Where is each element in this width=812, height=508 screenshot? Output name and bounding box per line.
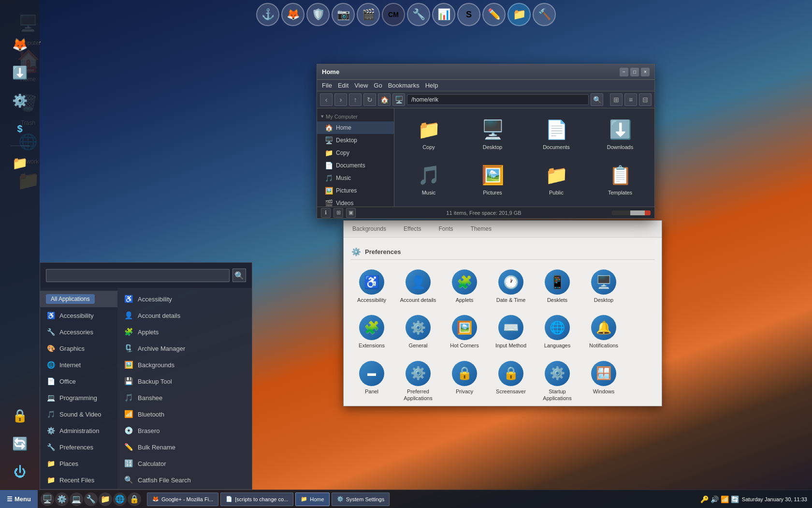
- ss-item-notifications[interactable]: 🔔 Notifications: [582, 311, 625, 353]
- fm-menu-help[interactable]: Help: [425, 82, 438, 89]
- fm-computer-button[interactable]: 🖥️: [392, 93, 405, 106]
- sidebar-item-power[interactable]: ⏻: [7, 459, 33, 485]
- app-menu-search-input[interactable]: [46, 269, 230, 282]
- fm-menu-bookmarks[interactable]: Bookmarks: [388, 82, 420, 89]
- app-accessibility[interactable]: ♿ Accessibility: [117, 291, 252, 307]
- ss-tab-fonts[interactable]: Fonts: [435, 224, 457, 234]
- fm-minimize-button[interactable]: −: [620, 68, 628, 76]
- sidebar-item-money[interactable]: $: [7, 116, 33, 142]
- top-icon-s[interactable]: S: [457, 3, 480, 26]
- fm-file-public[interactable]: 📁 Public: [527, 159, 586, 199]
- taskbar-icon-monitor[interactable]: 🖥️: [41, 493, 54, 506]
- sidebar-item-sync[interactable]: 🔄: [7, 431, 33, 457]
- category-places[interactable]: 📁 Places: [40, 455, 117, 472]
- ss-item-startup[interactable]: ⚙️ Startup Applications: [536, 357, 579, 406]
- fm-close-button[interactable]: ×: [641, 68, 650, 76]
- top-icon-cm[interactable]: CM: [382, 3, 405, 26]
- fm-file-templates[interactable]: 📋 Templates: [591, 159, 650, 199]
- tray-icon-update[interactable]: 🔄: [731, 495, 739, 503]
- fm-file-downloads[interactable]: ⬇️ Downloads: [591, 113, 650, 154]
- category-preferences[interactable]: 🔧 Preferences: [40, 439, 117, 455]
- ss-item-panel[interactable]: ▬ Panel: [350, 357, 393, 406]
- fm-menu-go[interactable]: Go: [374, 82, 382, 89]
- fm-view-grid-button[interactable]: ⊞: [610, 93, 623, 106]
- fm-file-copy[interactable]: 📁 Copy: [399, 113, 458, 154]
- fm-file-music[interactable]: 🎵 Music: [399, 159, 458, 199]
- fm-path-bar[interactable]: [407, 94, 589, 105]
- top-icon-hammer[interactable]: 🔨: [533, 3, 556, 26]
- category-accessories[interactable]: 🔧 Accessories: [40, 324, 117, 340]
- fm-sidebar-copy[interactable]: 📁 Copy: [317, 147, 394, 159]
- top-icon-firefox[interactable]: 🦊: [281, 3, 304, 26]
- app-backup-tool[interactable]: 💾 Backup Tool: [117, 373, 252, 389]
- fm-view-list-button[interactable]: ≡: [624, 93, 637, 106]
- tray-icon-network[interactable]: 📶: [721, 495, 729, 503]
- ss-item-desklets[interactable]: 📱 Desklets: [536, 266, 579, 307]
- top-icon-pencil[interactable]: ✏️: [482, 3, 506, 26]
- fm-sidebar-videos[interactable]: 🎬 Videos: [317, 197, 394, 207]
- ss-item-account-details[interactable]: 👤 Account details: [397, 266, 439, 307]
- taskbar-task-scripts[interactable]: 📄 [scripts to change co...: [220, 493, 293, 506]
- app-bulk-rename[interactable]: ✏️ Bulk Rename: [117, 439, 252, 455]
- fm-sidebar-desktop[interactable]: 🖥️ Desktop: [317, 134, 394, 147]
- fm-home-button[interactable]: 🏠: [378, 93, 391, 106]
- taskbar-icon-1[interactable]: 💻: [70, 493, 83, 506]
- category-sound-video[interactable]: 🎵 Sound & Video: [40, 406, 117, 422]
- app-bluetooth[interactable]: 📶 Bluetooth: [117, 406, 252, 422]
- taskbar-task-system-settings[interactable]: ⚙️ System Settings: [332, 493, 390, 506]
- ss-tab-themes[interactable]: Themes: [467, 224, 495, 234]
- app-brasero[interactable]: 💿 Brasero: [117, 422, 252, 439]
- ss-item-date-time[interactable]: 🕐 Date & Time: [490, 266, 532, 307]
- top-icon-camera[interactable]: 📷: [332, 3, 355, 26]
- taskbar-icon-settings[interactable]: ⚙️: [55, 493, 69, 506]
- fm-up-button[interactable]: ↑: [349, 93, 362, 106]
- category-administration[interactable]: ⚙️ Administration: [40, 422, 117, 439]
- sidebar-item-lock[interactable]: 🔒: [7, 403, 33, 429]
- top-icon-shield[interactable]: 🛡️: [306, 3, 330, 26]
- tray-icon-1[interactable]: 🔑: [700, 495, 709, 503]
- category-graphics[interactable]: 🎨 Graphics: [40, 340, 117, 357]
- ss-item-input-method[interactable]: ⌨️ Input Method: [490, 311, 532, 353]
- taskbar-icon-5[interactable]: 🔒: [128, 493, 141, 506]
- tray-icon-2[interactable]: 🔊: [710, 495, 719, 503]
- app-character-map[interactable]: 🔤 Character Map: [117, 488, 252, 489]
- taskbar-task-google[interactable]: 🦊 Google+ - Mozilla Fi...: [147, 493, 218, 506]
- fm-search-button[interactable]: 🔍: [591, 93, 603, 106]
- ss-item-languages[interactable]: 🌐 Languages: [536, 311, 579, 353]
- app-menu-search-button[interactable]: 🔍: [232, 269, 246, 282]
- ss-item-windows[interactable]: 🪟 Windows: [582, 357, 625, 406]
- fm-menu-file[interactable]: File: [322, 82, 332, 89]
- ss-tab-effects[interactable]: Effects: [400, 224, 425, 234]
- taskbar-icon-3[interactable]: 📁: [99, 493, 112, 506]
- fm-props-button[interactable]: ⊞: [334, 208, 343, 218]
- category-all-applications[interactable]: All Applications: [40, 291, 117, 307]
- app-calculator[interactable]: 🔢 Calculator: [117, 455, 252, 472]
- app-banshee[interactable]: 🎵 Banshee: [117, 389, 252, 406]
- top-icon-anchor[interactable]: ⚓: [256, 3, 279, 26]
- category-recent-files[interactable]: 📁 Recent Files: [40, 472, 117, 488]
- fm-file-documents[interactable]: 📄 Documents: [527, 113, 586, 154]
- category-programming[interactable]: 💻 Programming: [40, 389, 117, 406]
- category-internet[interactable]: 🌐 Internet: [40, 357, 117, 373]
- fm-view-compact-button[interactable]: ⊟: [639, 93, 652, 106]
- fm-maximize-button[interactable]: □: [630, 68, 639, 76]
- sidebar-item-firefox[interactable]: 🦊: [7, 31, 33, 58]
- taskbar-icon-2[interactable]: 🔧: [84, 493, 98, 506]
- fm-info-button[interactable]: ℹ: [321, 208, 331, 218]
- fm-forward-button[interactable]: ›: [334, 93, 347, 106]
- fm-menu-edit[interactable]: Edit: [338, 82, 348, 89]
- top-icon-folder[interactable]: 📁: [508, 3, 531, 26]
- ss-item-preferred-apps[interactable]: ⚙️ Preferred Applications: [397, 357, 439, 406]
- sidebar-item-folder[interactable]: 📁: [7, 150, 33, 176]
- sidebar-item-download[interactable]: ⬇️: [7, 60, 33, 86]
- app-backgrounds[interactable]: 🖼️ Backgrounds: [117, 357, 252, 373]
- ss-item-general[interactable]: ⚙️ General: [397, 311, 439, 353]
- app-archive-manager[interactable]: 🗜️ Archive Manager: [117, 340, 252, 357]
- ss-item-hot-corners[interactable]: 🖼️ Hot Corners: [443, 311, 486, 353]
- fm-file-pictures[interactable]: 🖼️ Pictures: [463, 159, 522, 199]
- fm-menu-view[interactable]: View: [354, 82, 368, 89]
- top-icon-wrench[interactable]: 🔧: [407, 3, 430, 26]
- ss-item-accessibility[interactable]: ♿ Accessibility: [350, 266, 393, 307]
- fm-sidebar-music[interactable]: 🎵 Music: [317, 172, 394, 184]
- fm-refresh-button[interactable]: ↻: [363, 93, 376, 106]
